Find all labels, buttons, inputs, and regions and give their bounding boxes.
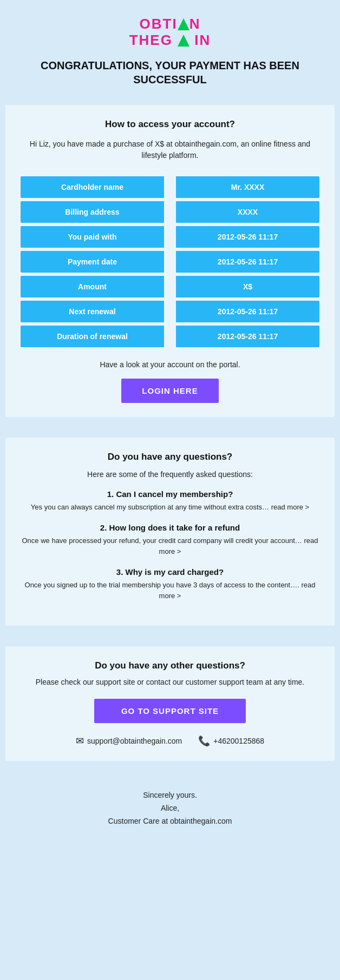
table-row: Next renewal2012-05-26 11:17 xyxy=(21,301,319,322)
footer-line1: Sincerely yours. xyxy=(11,789,329,802)
table-cell-gap xyxy=(164,301,176,322)
table-cell-value: Mr. XXXX xyxy=(176,176,319,198)
table-cell-gap xyxy=(164,276,176,297)
faq-item: 1. Can I cancel my membership?Yes you ca… xyxy=(21,489,319,513)
table-cell-value: X$ xyxy=(176,276,319,297)
logo: OBTI N THEG IN xyxy=(11,16,329,49)
page-title: CONGRATULATIONS, YOUR PAYMENT HAS BEEN S… xyxy=(11,58,329,87)
table-cell-value: 2012-05-26 11:17 xyxy=(176,251,319,273)
faq-question: 1. Can I cancel my membership? xyxy=(21,489,319,499)
table-cell-value: XXXX xyxy=(176,201,319,223)
account-greeting: Hi Liz, you have made a purchase of X$ a… xyxy=(21,138,319,161)
faq-item: 3. Why is my card charged?Once you signe… xyxy=(21,567,319,601)
table-cell-label: Next renewal xyxy=(21,301,164,322)
phone-icon: 📞 xyxy=(198,735,210,747)
account-info-table: Cardholder nameMr. XXXXBilling addressXX… xyxy=(21,173,319,350)
faq-intro: Here are some of the frequently asked qu… xyxy=(21,470,319,479)
table-row: Payment date2012-05-26 11:17 xyxy=(21,251,319,273)
table-row: Cardholder nameMr. XXXX xyxy=(21,176,319,198)
table-row: AmountX$ xyxy=(21,276,319,297)
support-text: Please check our support site or contact… xyxy=(21,677,319,688)
footer-line2: Alice, xyxy=(11,802,329,815)
table-cell-label: Duration of renewal xyxy=(21,326,164,347)
footer: Sincerely yours. Alice, Customer Care at… xyxy=(0,774,340,843)
logo-n: N xyxy=(189,16,201,32)
phone-contact: 📞 +46200125868 xyxy=(198,735,264,747)
portal-text: Have a look at your account on the porta… xyxy=(21,360,319,369)
phone-number: +46200125868 xyxy=(213,737,264,745)
table-cell-gap xyxy=(164,251,176,273)
logo-ain: IN xyxy=(194,32,211,48)
table-cell-gap xyxy=(164,226,176,248)
table-cell-label: Payment date xyxy=(21,251,164,273)
faq-question: 3. Why is my card charged? xyxy=(21,567,319,577)
table-row: Duration of renewal2012-05-26 11:17 xyxy=(21,326,319,347)
table-cell-label: Billing address xyxy=(21,201,164,223)
support-button[interactable]: GO TO SUPPORT SITE xyxy=(94,699,246,723)
faq-answer: Yes you can always cancel my subscriptio… xyxy=(21,502,319,513)
table-cell-value: 2012-05-26 11:17 xyxy=(176,326,319,347)
faq-question: 2. How long does it take for a refund xyxy=(21,523,319,532)
logo-mountain-icon xyxy=(178,16,189,32)
email-address: support@obtainthegain.com xyxy=(87,737,182,745)
account-title: How to access your account? xyxy=(21,119,319,130)
email-icon: ✉ xyxy=(76,735,84,747)
faq-item: 2. How long does it take for a refundOnc… xyxy=(21,523,319,557)
faq-answer: Once you signed up to the trial membersh… xyxy=(21,580,319,601)
faq-answer: Once we have processed your refund, your… xyxy=(21,535,319,557)
table-cell-label: You paid with xyxy=(21,226,164,248)
faq-title: Do you have any questions? xyxy=(21,452,319,462)
support-title: Do you have any other questions? xyxy=(21,660,319,671)
table-row: You paid with2012-05-26 11:17 xyxy=(21,226,319,248)
footer-line3: Customer Care at obtainthegain.com xyxy=(11,815,329,828)
table-cell-label: Amount xyxy=(21,276,164,297)
faq-card: Do you have any questions? Here are some… xyxy=(5,438,335,626)
logo-obti: OBTI xyxy=(140,16,178,32)
table-cell-gap xyxy=(164,326,176,347)
header-section: OBTI N THEG IN CONGRATULATIONS, YOUR PAY… xyxy=(0,0,340,97)
login-button[interactable]: LOGIN HERE xyxy=(121,379,219,403)
support-card: Do you have any other questions? Please … xyxy=(5,646,335,761)
svg-marker-0 xyxy=(178,18,189,30)
account-card: How to access your account? Hi Liz, you … xyxy=(5,105,335,417)
table-cell-gap xyxy=(164,201,176,223)
table-cell-value: 2012-05-26 11:17 xyxy=(176,226,319,248)
table-cell-value: 2012-05-26 11:17 xyxy=(176,301,319,322)
table-row: Billing addressXXXX xyxy=(21,201,319,223)
svg-marker-1 xyxy=(178,35,189,47)
contact-row: ✉ support@obtainthegain.com 📞 +462001258… xyxy=(21,735,319,747)
logo-mountain2-icon xyxy=(173,32,194,48)
email-contact: ✉ support@obtainthegain.com xyxy=(76,735,182,747)
table-cell-gap xyxy=(164,176,176,198)
logo-the: THEG xyxy=(129,32,173,48)
table-cell-label: Cardholder name xyxy=(21,176,164,198)
